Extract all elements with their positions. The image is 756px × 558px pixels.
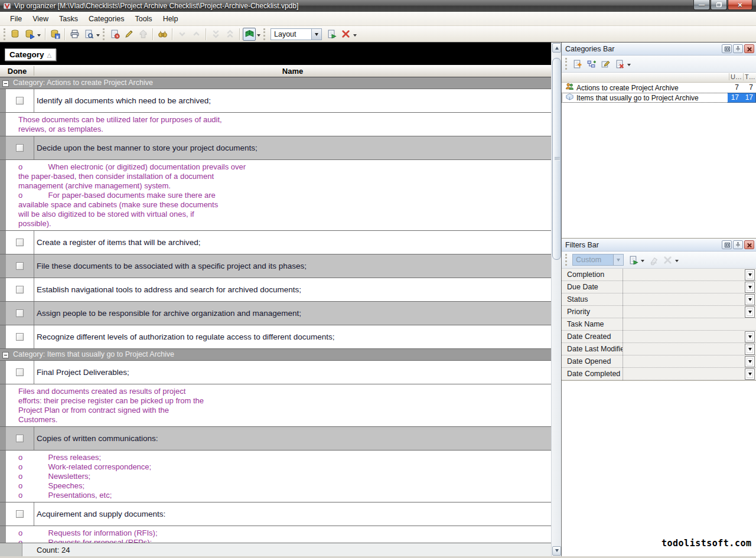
- dropdown-button[interactable]: [745, 368, 755, 380]
- filter-value-field[interactable]: [623, 318, 756, 331]
- filter-value-field[interactable]: [623, 293, 745, 306]
- collapse-icon[interactable]: [2, 352, 9, 358]
- category-label: Items that usually go to Project Archive: [576, 94, 728, 102]
- uncompleted-column-header[interactable]: U…: [729, 73, 742, 80]
- main-scrollbar[interactable]: [551, 43, 561, 556]
- column-header-done[interactable]: Done: [0, 67, 34, 76]
- dropdown-button[interactable]: [745, 269, 755, 280]
- task-row[interactable]: Acquirement and supply documents:: [0, 502, 551, 526]
- menu-item-tools[interactable]: Tools: [129, 13, 157, 25]
- dropdown-button[interactable]: [745, 294, 755, 305]
- filter-value-field[interactable]: [623, 281, 745, 293]
- add-subcategory-icon[interactable]: [585, 57, 598, 70]
- new-database-icon[interactable]: [9, 28, 22, 41]
- filter-value-field[interactable]: [623, 306, 745, 318]
- apply-filter-icon[interactable]: [627, 253, 640, 266]
- dropdown-button[interactable]: [745, 282, 755, 293]
- task-row[interactable]: Decide upon the best manner to store you…: [0, 136, 551, 160]
- done-checkbox[interactable]: [16, 97, 24, 105]
- print-preview-icon[interactable]: [82, 28, 95, 41]
- done-checkbox[interactable]: [16, 144, 24, 152]
- menu-item-view[interactable]: View: [27, 13, 54, 25]
- chevron-down-icon[interactable]: [311, 29, 321, 40]
- chevron-down-icon[interactable]: [627, 64, 631, 68]
- scroll-up-button[interactable]: [552, 43, 561, 53]
- note-line: Project Plan or from contract signed wit…: [18, 406, 546, 415]
- dropdown-button[interactable]: [745, 356, 755, 367]
- notes-view-icon[interactable]: [243, 28, 256, 41]
- filter-value-field[interactable]: [623, 355, 745, 368]
- menu-item-file[interactable]: File: [5, 13, 27, 25]
- chevron-down-icon[interactable]: [257, 34, 260, 38]
- edit-task-icon[interactable]: [122, 28, 135, 41]
- group-header-row[interactable]: Category: Actions to create Project Arch…: [0, 77, 551, 89]
- toolbar-drag-handle[interactable]: [263, 28, 265, 40]
- categories-close-button[interactable]: [744, 44, 754, 53]
- group-header-row[interactable]: Category: Items that usually go to Proje…: [0, 349, 551, 361]
- dropdown-button[interactable]: [745, 306, 755, 318]
- filters-close-button[interactable]: [744, 240, 754, 249]
- menu-item-tasks[interactable]: Tasks: [54, 13, 83, 25]
- category-item[interactable]: Actions to create Project Archive77: [562, 83, 756, 93]
- close-button[interactable]: ✕: [728, 0, 752, 10]
- done-checkbox[interactable]: [16, 286, 24, 293]
- task-row[interactable]: Assign people to be responsible for arch…: [0, 302, 551, 325]
- scrollbar-thumb[interactable]: [552, 58, 561, 260]
- filter-value-field[interactable]: [623, 343, 745, 355]
- task-row[interactable]: Create a register of items that will be …: [0, 231, 551, 254]
- filters-restore-button[interactable]: [722, 240, 732, 249]
- toolbar-drag-handle[interactable]: [565, 58, 567, 70]
- chevron-down-icon: [748, 273, 752, 278]
- save-database-icon[interactable]: [48, 28, 61, 41]
- task-row[interactable]: Identify all documents which need to be …: [0, 89, 551, 113]
- filter-value-field[interactable]: [623, 368, 745, 380]
- edit-category-icon[interactable]: [599, 57, 612, 70]
- filter-value-field[interactable]: [623, 331, 745, 343]
- minimize-button[interactable]: —: [693, 0, 710, 10]
- toolbar-overflow-icon[interactable]: [675, 260, 679, 264]
- categories-pin-button[interactable]: [733, 44, 743, 53]
- menu-item-help[interactable]: Help: [158, 13, 184, 25]
- chevron-down-icon[interactable]: [37, 34, 41, 38]
- delete-category-icon[interactable]: [613, 57, 626, 70]
- total-column-header[interactable]: T…: [743, 73, 756, 80]
- task-row[interactable]: Establish navigational tools to address …: [0, 278, 551, 302]
- column-header-name[interactable]: Name: [34, 67, 551, 76]
- toolbar-drag-handle[interactable]: [4, 28, 5, 40]
- chevron-down-icon[interactable]: [641, 260, 644, 264]
- filters-pin-button[interactable]: [733, 240, 743, 249]
- find-icon[interactable]: [156, 28, 169, 41]
- dropdown-button[interactable]: [745, 331, 755, 342]
- chevron-down-icon[interactable]: [96, 34, 100, 38]
- done-checkbox[interactable]: [16, 309, 24, 317]
- toolbar-overflow-icon[interactable]: [353, 34, 357, 38]
- delete-layout-icon[interactable]: [339, 28, 352, 41]
- task-row[interactable]: Copies of written communications:: [0, 427, 551, 451]
- done-checkbox[interactable]: [16, 262, 24, 270]
- restore-button[interactable]: [711, 0, 727, 10]
- toolbar-drag-handle[interactable]: [103, 28, 105, 40]
- done-checkbox[interactable]: [16, 510, 24, 518]
- collapse-icon[interactable]: [2, 80, 9, 87]
- done-checkbox[interactable]: [16, 239, 24, 246]
- group-by-chip-category[interactable]: Category △: [5, 48, 56, 61]
- done-checkbox[interactable]: [16, 368, 24, 376]
- layout-combo[interactable]: Layout: [271, 28, 322, 40]
- apply-layout-icon[interactable]: [325, 28, 338, 41]
- task-row[interactable]: Final Project Deliverables;: [0, 361, 551, 384]
- done-checkbox[interactable]: [16, 333, 24, 341]
- task-row[interactable]: File these documents to be associated wi…: [0, 254, 551, 278]
- scroll-down-button[interactable]: [552, 546, 561, 556]
- category-item[interactable]: Items that usually go to Project Archive…: [562, 93, 756, 103]
- done-checkbox[interactable]: [16, 435, 24, 442]
- filter-value-field[interactable]: [623, 269, 745, 281]
- toolbar-drag-handle[interactable]: [565, 254, 567, 266]
- add-category-icon[interactable]: [571, 57, 584, 70]
- categories-restore-button[interactable]: [722, 44, 732, 53]
- menu-item-categories[interactable]: Categories: [83, 13, 129, 25]
- print-icon[interactable]: [68, 28, 81, 41]
- open-database-icon[interactable]: [23, 28, 36, 41]
- dropdown-button[interactable]: [745, 344, 755, 355]
- task-row[interactable]: Recognize different levels of authorizat…: [0, 325, 551, 349]
- new-task-icon[interactable]: [108, 28, 121, 41]
